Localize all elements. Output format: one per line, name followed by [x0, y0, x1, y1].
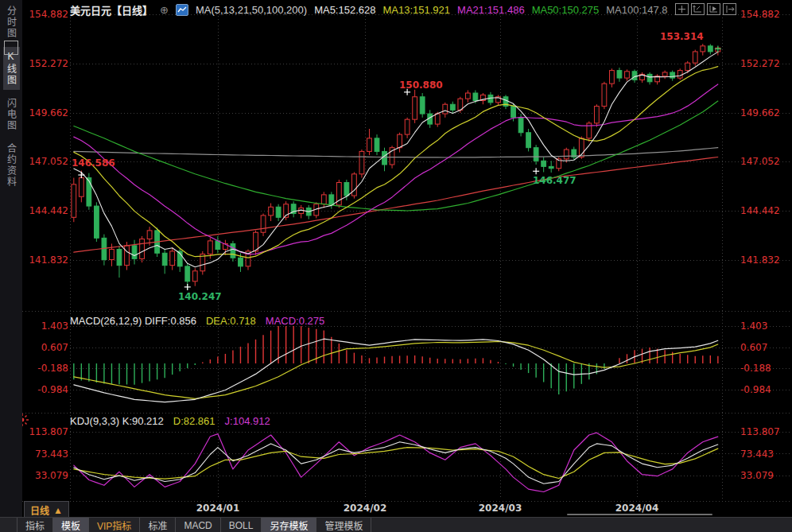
tab-standard[interactable]: 标准 [139, 518, 175, 532]
macd-axis-label: -0.984 [740, 384, 771, 395]
sidebar-item-contract-info[interactable]: 合约资料 [3, 139, 20, 192]
tab-boll[interactable]: BOLL [220, 518, 262, 532]
price-axis-label: 154.882 [740, 9, 780, 20]
sidebar-item-time-chart[interactable]: 分时图 [3, 2, 20, 43]
price-axis-label: 152.272 [24, 58, 68, 69]
candlestick-chart-svg[interactable] [0, 0, 792, 532]
kdj-axis-label: 113.807 [24, 426, 68, 437]
ma5-value: MA5:152.628 [314, 4, 375, 16]
kdj-axis-label: 33.079 [740, 470, 774, 481]
ma21-value: MA21:151.486 [457, 4, 525, 16]
date-tick: 2024/02 [344, 503, 386, 514]
macd-value: MACD:0.275 [266, 315, 324, 327]
axis-play-icon[interactable] [707, 3, 720, 15]
price-axis-label: 154.882 [24, 9, 68, 20]
price-axis-label: 141.832 [24, 254, 68, 266]
annotation-high: 146.586 [72, 157, 115, 169]
kdj-j-value: J:104.912 [225, 415, 270, 427]
kdj-axis-label: 73.443 [24, 449, 68, 460]
kdj-k-value: KDJ(9,3,3) K:90.212 [70, 415, 164, 427]
annotation-low: 140.247 [178, 291, 222, 302]
date-tick: 2024/01 [196, 503, 239, 514]
ma50-value: MA50:150.275 [532, 4, 600, 16]
kdj-axis-label: 73.443 [740, 449, 774, 460]
symbol-title: 美元日元【日线】 [70, 2, 153, 17]
ma13-value: MA13:151.921 [382, 4, 450, 16]
date-tick: 2024/04 [615, 503, 658, 514]
triangle-up-icon: ▲ [53, 505, 63, 516]
annotation-high: 153.314 [660, 31, 704, 42]
price-axis-label: 152.272 [740, 58, 780, 69]
macd-axis-label: 0.607 [24, 342, 68, 353]
tab-save-template[interactable]: 另存模板 [261, 518, 316, 532]
annotation-low: 146.477 [533, 175, 577, 186]
sidebar-item-kline-chart[interactable]: K线图 [3, 47, 20, 90]
ma100-value: MA100:147.8 [606, 4, 667, 16]
macd-diff-value: MACD(26,12,9) DIFF:0.856 [70, 315, 196, 327]
macd-axis-label: 1.403 [740, 320, 767, 332]
price-axis-label: 141.832 [740, 254, 780, 266]
macd-axis-label: 1.403 [24, 320, 68, 332]
annotation-high: 150.880 [399, 80, 443, 91]
sidebar-item-flash-chart[interactable]: 闪电图 [3, 94, 20, 135]
macd-axis-label: -0.188 [740, 363, 771, 374]
ma-config-label: MA(5,13,21,50,100,200) [196, 4, 307, 16]
toolbar [675, 3, 736, 15]
tab-macd[interactable]: MACD [175, 518, 219, 532]
crosshair-icon[interactable] [675, 3, 689, 15]
kdj-d-value: D:82.861 [173, 415, 215, 427]
kdj-panel-header: KDJ(9,3,3) K:90.212 D:82.861 J:104.912 [70, 415, 270, 427]
axis-scale-icon[interactable] [691, 3, 705, 15]
macd-panel-header: MACD(26,12,9) DIFF:0.856 DEA:0.718 MACD:… [70, 315, 324, 327]
chart-style-icon[interactable] [176, 4, 188, 16]
tab-indicator[interactable]: 指标 [17, 518, 52, 532]
sidebar: 分时图 K线图 闪电图 合约资料 [0, 0, 22, 517]
chart-header: 美元日元【日线】 ⊕ MA(5,13,21,50,100,200) MA5:15… [70, 2, 668, 17]
macd-axis-label: -0.188 [24, 363, 68, 374]
price-axis-label: 149.662 [24, 107, 68, 118]
bottom-tab-bar: 指标 模板 VIP指标 标准 MACD BOLL 另存模板 管理模板 [0, 517, 792, 532]
price-axis-label: 144.442 [24, 205, 68, 216]
kdj-axis-label: 33.079 [24, 470, 68, 481]
macd-dea-value: DEA:0.718 [206, 315, 256, 327]
tab-vip-indicator[interactable]: VIP指标 [88, 518, 139, 532]
price-axis-label: 144.442 [740, 205, 780, 216]
tab-manage-template[interactable]: 管理模板 [316, 518, 371, 532]
period-label: 日线 [30, 503, 49, 517]
expand-icon[interactable]: ⊕ [160, 4, 169, 16]
price-axis-label: 147.052 [24, 156, 68, 167]
price-axis-label: 147.052 [740, 156, 780, 167]
kdj-axis-label: 113.807 [740, 426, 780, 437]
export-icon[interactable] [723, 3, 736, 15]
date-tick: 2024/03 [479, 503, 522, 514]
macd-axis-label: -0.984 [24, 384, 68, 395]
tab-template[interactable]: 模板 [52, 518, 88, 532]
price-axis-label: 149.662 [740, 107, 780, 118]
macd-axis-label: 0.607 [740, 342, 767, 353]
trading-app-window: 分时图 K线图 闪电图 合约资料 美元日元【日线】 ⊕ MA(5,13,21,5… [0, 0, 792, 532]
horizontal-scrollbar[interactable] [567, 514, 712, 515]
